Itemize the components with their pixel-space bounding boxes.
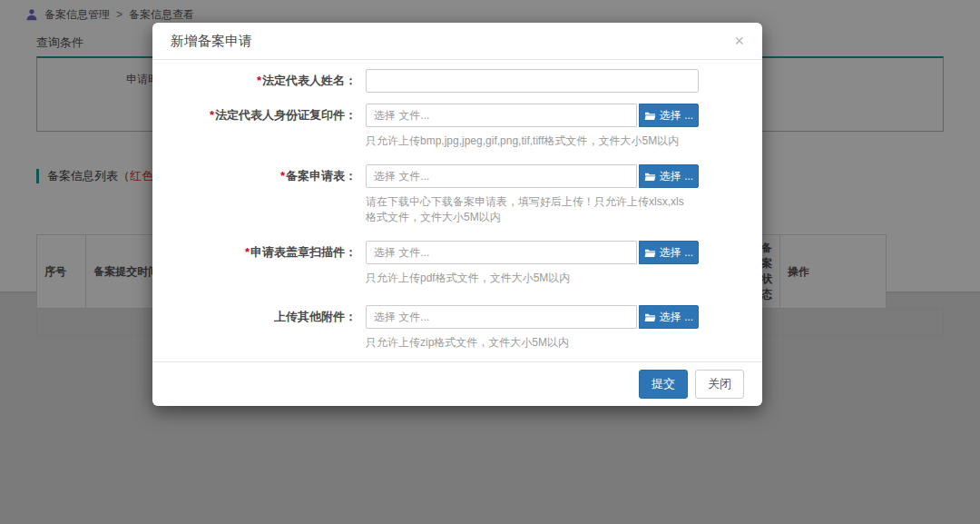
stamped-scan-browse-button[interactable]: 选择 ... <box>639 241 699 264</box>
application-form-label: *备案申请表： <box>152 164 366 188</box>
application-form-file-input[interactable]: 选择 文件... <box>366 164 637 188</box>
required-star: * <box>280 169 285 183</box>
submit-button[interactable]: 提交 <box>639 370 688 399</box>
id-copy-file-input[interactable]: 选择 文件... <box>366 104 637 127</box>
modal-footer: 提交 关闭 <box>152 361 762 406</box>
other-attachments-label: 上传其他附件： <box>152 305 366 329</box>
form-row-application-form: *备案申请表： 选择 文件... 选择 ... 请在下载中心下载备案申请表，填写… <box>152 164 762 225</box>
new-filing-modal: 新增备案申请 × *法定代表人姓名： *法定代表人身份证复印件： 选择 文件..… <box>152 23 762 406</box>
modal-header: 新增备案申请 × <box>152 23 762 60</box>
required-star: * <box>245 245 250 259</box>
folder-icon <box>644 172 656 182</box>
application-form-browse-button[interactable]: 选择 ... <box>639 164 699 188</box>
other-attachments-help-text: 只允许上传zip格式文件，文件大小5M以内 <box>366 335 692 351</box>
modal-title: 新增备案申请 <box>171 33 252 50</box>
form-row-legal-name: *法定代表人姓名： <box>152 69 762 93</box>
other-attachments-browse-button[interactable]: 选择 ... <box>639 305 699 329</box>
folder-icon <box>644 111 656 121</box>
id-copy-label: *法定代表人身份证复印件： <box>152 104 366 127</box>
close-icon[interactable]: × <box>734 33 744 49</box>
id-copy-file-group: 选择 文件... 选择 ... <box>366 104 699 127</box>
required-star: * <box>210 108 214 122</box>
application-form-help-text: 请在下载中心下载备案申请表，填写好后上传！只允许上传xlsx,xls格式文件，文… <box>366 194 692 225</box>
form-row-stamped-scan: *申请表盖章扫描件： 选择 文件... 选择 ... 只允许上传pdf格式文件，… <box>152 241 762 286</box>
id-copy-browse-button[interactable]: 选择 ... <box>639 104 699 127</box>
folder-icon <box>644 248 656 258</box>
form-row-id-copy: *法定代表人身份证复印件： 选择 文件... 选择 ... 只允许上传bmp,j… <box>152 104 762 149</box>
id-copy-help-text: 只允许上传bmp,jpg,jpeg,gif,png,tif,tiff格式文件，文… <box>366 133 692 149</box>
legal-name-label: *法定代表人姓名： <box>152 69 366 93</box>
application-form-file-group: 选择 文件... 选择 ... <box>366 164 699 188</box>
stamped-scan-label: *申请表盖章扫描件： <box>152 241 366 264</box>
legal-name-input[interactable] <box>366 69 699 93</box>
other-attachments-file-input[interactable]: 选择 文件... <box>366 305 637 329</box>
required-star: * <box>257 74 261 87</box>
other-attachments-file-group: 选择 文件... 选择 ... <box>366 305 699 329</box>
form-row-other-attachments: 上传其他附件： 选择 文件... 选择 ... 只允许上传zip格式文件，文件大… <box>152 305 762 351</box>
modal-body: *法定代表人姓名： *法定代表人身份证复印件： 选择 文件... 选择 ... <box>152 60 762 361</box>
stamped-scan-file-group: 选择 文件... 选择 ... <box>366 241 699 264</box>
close-button[interactable]: 关闭 <box>695 370 744 399</box>
stamped-scan-file-input[interactable]: 选择 文件... <box>366 241 637 264</box>
stamped-scan-help-text: 只允许上传pdf格式文件，文件大小5M以内 <box>366 271 692 286</box>
folder-icon <box>644 312 656 322</box>
